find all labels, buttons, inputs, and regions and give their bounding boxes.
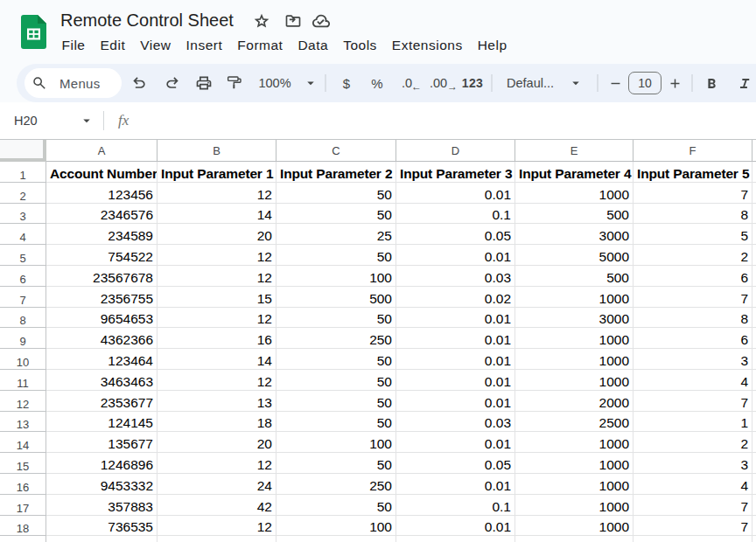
cell-A14[interactable]: 135677 bbox=[46, 432, 158, 453]
cell-A2[interactable]: 123456 bbox=[46, 183, 158, 204]
cell-A11[interactable]: 3463463 bbox=[46, 370, 158, 391]
bold-button[interactable] bbox=[700, 72, 723, 94]
cell-E4[interactable]: 3000 bbox=[515, 224, 634, 245]
cell-D11[interactable]: 0.01 bbox=[396, 370, 515, 391]
cell-F16[interactable]: 4 bbox=[634, 474, 752, 495]
cell-B2[interactable]: 12 bbox=[158, 183, 276, 204]
increase-decimal-button[interactable]: .00→ bbox=[430, 76, 447, 90]
row-header-10[interactable]: 10 bbox=[0, 349, 46, 370]
cell-B10[interactable]: 14 bbox=[158, 349, 276, 370]
cell-partial-3[interactable] bbox=[752, 204, 756, 225]
cell-partial-bottom[interactable] bbox=[46, 536, 158, 542]
cell-A4[interactable]: 234589 bbox=[46, 224, 158, 245]
cell-A10[interactable]: 123464 bbox=[46, 349, 158, 370]
row-header-16[interactable]: 16 bbox=[0, 474, 46, 495]
cell-B5[interactable]: 12 bbox=[158, 245, 276, 266]
cell-C11[interactable]: 50 bbox=[276, 370, 396, 391]
column-header-partial[interactable] bbox=[752, 140, 756, 162]
cell-D14[interactable]: 0.01 bbox=[396, 432, 515, 453]
font-family-selector[interactable]: Defaul... bbox=[507, 76, 554, 90]
cell-B17[interactable]: 42 bbox=[158, 495, 276, 516]
more-number-formats-button[interactable]: 123 bbox=[462, 76, 483, 90]
zoom-dropdown[interactable] bbox=[303, 75, 318, 91]
cell-partial-7[interactable] bbox=[752, 287, 756, 308]
cell-partial-9[interactable] bbox=[752, 328, 756, 349]
cell-A1[interactable]: Account Number bbox=[46, 162, 158, 183]
menu-item-help[interactable]: Help bbox=[470, 35, 514, 56]
zoom-value[interactable]: 100% bbox=[258, 76, 290, 90]
cell-B9[interactable]: 16 bbox=[158, 328, 276, 349]
cell-B18[interactable]: 12 bbox=[158, 516, 276, 537]
cell-partial-bottom[interactable] bbox=[396, 536, 515, 542]
row-header-17[interactable]: 17 bbox=[0, 495, 46, 516]
cell-B6[interactable]: 12 bbox=[158, 266, 276, 287]
cell-B11[interactable]: 12 bbox=[158, 370, 276, 391]
cell-E6[interactable]: 500 bbox=[515, 266, 634, 287]
column-header-D[interactable]: D bbox=[396, 140, 515, 162]
cell-E16[interactable]: 1000 bbox=[515, 474, 634, 495]
cell-B4[interactable]: 20 bbox=[158, 224, 276, 245]
decrease-decimal-button[interactable]: .0← bbox=[402, 76, 412, 90]
menu-item-view[interactable]: View bbox=[133, 35, 178, 56]
cell-F1[interactable]: Input Parameter 5 bbox=[634, 162, 752, 183]
row-header-2[interactable]: 2 bbox=[0, 183, 46, 204]
cell-A17[interactable]: 357883 bbox=[46, 495, 158, 516]
cell-B12[interactable]: 13 bbox=[158, 391, 276, 412]
column-header-E[interactable]: E bbox=[515, 140, 634, 162]
cell-B15[interactable]: 12 bbox=[158, 453, 276, 474]
cell-C14[interactable]: 100 bbox=[276, 432, 396, 453]
cell-C9[interactable]: 250 bbox=[276, 328, 396, 349]
row-header-6[interactable]: 6 bbox=[0, 266, 46, 287]
cell-E9[interactable]: 1000 bbox=[515, 328, 634, 349]
cell-F5[interactable]: 2 bbox=[634, 245, 752, 266]
cell-D7[interactable]: 0.02 bbox=[396, 287, 515, 308]
menu-item-edit[interactable]: Edit bbox=[93, 35, 133, 56]
select-all-corner[interactable] bbox=[0, 140, 46, 162]
star-icon[interactable] bbox=[253, 12, 270, 30]
row-header-7[interactable]: 7 bbox=[0, 287, 46, 308]
document-title[interactable]: Remote Control Sheet bbox=[60, 10, 234, 31]
paint-format-button[interactable] bbox=[223, 72, 246, 94]
cell-E14[interactable]: 1000 bbox=[515, 432, 634, 453]
column-header-C[interactable]: C bbox=[276, 140, 396, 162]
row-header-partial[interactable] bbox=[0, 536, 46, 542]
cell-D8[interactable]: 0.01 bbox=[396, 308, 515, 329]
menu-item-file[interactable]: File bbox=[54, 35, 93, 56]
cell-partial-16[interactable] bbox=[752, 474, 756, 495]
row-header-3[interactable]: 3 bbox=[0, 204, 46, 225]
cell-partial-1[interactable] bbox=[752, 162, 756, 183]
format-percent-button[interactable]: % bbox=[371, 76, 382, 91]
cell-E5[interactable]: 5000 bbox=[515, 245, 634, 266]
row-header-12[interactable]: 12 bbox=[0, 391, 46, 412]
cell-C8[interactable]: 50 bbox=[276, 308, 396, 329]
cell-B8[interactable]: 12 bbox=[158, 308, 276, 329]
cell-A16[interactable]: 9453332 bbox=[46, 474, 158, 495]
cell-partial-2[interactable] bbox=[752, 183, 756, 204]
row-header-9[interactable]: 9 bbox=[0, 328, 46, 349]
row-header-8[interactable]: 8 bbox=[0, 308, 46, 329]
cell-B7[interactable]: 15 bbox=[158, 287, 276, 308]
cell-F7[interactable]: 7 bbox=[634, 287, 752, 308]
cell-A13[interactable]: 124145 bbox=[46, 412, 158, 433]
formula-input[interactable] bbox=[140, 102, 756, 139]
cell-D12[interactable]: 0.01 bbox=[396, 391, 515, 412]
decrease-font-size-button[interactable] bbox=[604, 72, 626, 94]
cell-D16[interactable]: 0.01 bbox=[396, 474, 515, 495]
row-header-13[interactable]: 13 bbox=[0, 412, 46, 433]
cell-partial-12[interactable] bbox=[752, 391, 756, 412]
cell-partial-6[interactable] bbox=[752, 266, 756, 287]
cell-A12[interactable]: 2353677 bbox=[46, 391, 158, 412]
row-header-14[interactable]: 14 bbox=[0, 432, 46, 453]
move-to-folder-icon[interactable] bbox=[284, 12, 302, 30]
menus-search-button[interactable]: Menus bbox=[24, 68, 122, 98]
cell-E2[interactable]: 1000 bbox=[515, 183, 634, 204]
cell-partial-corner[interactable] bbox=[752, 536, 756, 542]
cell-F14[interactable]: 2 bbox=[634, 432, 752, 453]
column-header-B[interactable]: B bbox=[158, 140, 276, 162]
cell-D2[interactable]: 0.01 bbox=[396, 183, 515, 204]
cell-partial-11[interactable] bbox=[752, 370, 756, 391]
cell-partial-17[interactable] bbox=[752, 495, 756, 516]
sheets-logo-icon[interactable] bbox=[21, 15, 46, 49]
cell-D5[interactable]: 0.01 bbox=[396, 245, 515, 266]
menu-item-format[interactable]: Format bbox=[230, 35, 290, 56]
